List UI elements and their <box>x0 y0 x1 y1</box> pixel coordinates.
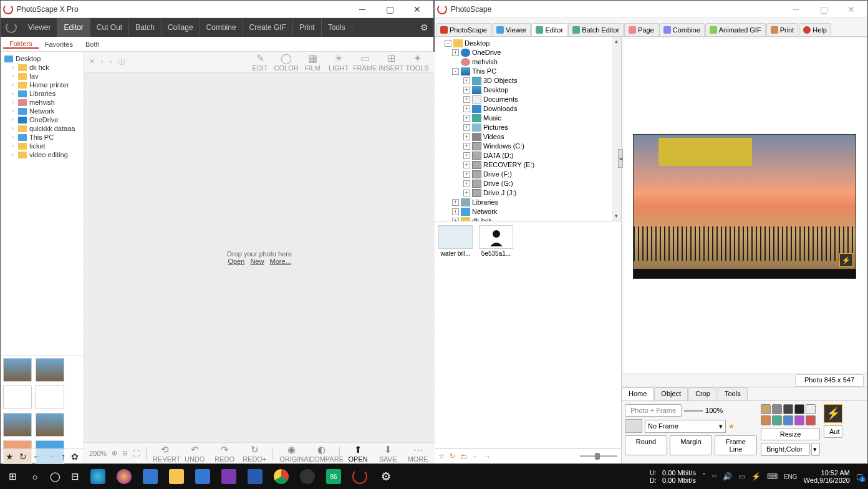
nav-cutout[interactable]: Cut Out <box>90 18 129 37</box>
star-icon[interactable]: ★ <box>6 452 14 462</box>
edittab-home[interactable]: Home <box>622 387 653 400</box>
close-button[interactable]: ✕ <box>403 1 431 18</box>
tab-batch[interactable]: Batch Editor <box>568 23 624 36</box>
tray-battery-icon[interactable]: ▭ <box>738 472 745 481</box>
link-open[interactable]: Open <box>228 258 244 265</box>
tree-drive-e[interactable]: +RECOVERY (E:) <box>437 160 619 170</box>
swatch[interactable] <box>761 404 771 414</box>
folder-icon[interactable]: 🗀 <box>460 453 467 460</box>
tool-tools[interactable]: ✦TOOLS <box>405 52 430 72</box>
tool-film[interactable]: ▦FILM <box>300 52 325 72</box>
resize-button[interactable]: Resize <box>761 428 820 440</box>
minimize-button[interactable]: ─ <box>349 1 376 18</box>
btn-redoplus[interactable]: ↻REDO+ <box>243 444 266 463</box>
zoom-in-icon[interactable]: ⊕ <box>112 449 117 457</box>
tree-desktop[interactable]: Desktop <box>1 54 84 63</box>
refresh-icon[interactable]: ↻ <box>19 452 27 462</box>
tree-network[interactable]: +Network <box>437 207 619 216</box>
thumbnail[interactable] <box>36 413 64 437</box>
thumbnail[interactable] <box>3 358 32 382</box>
back-icon[interactable]: ← <box>472 453 479 460</box>
tray-notifications-icon[interactable]: ▢3 <box>856 472 863 481</box>
swatch[interactable] <box>806 404 816 414</box>
swatch[interactable] <box>761 415 771 425</box>
tab-gif[interactable]: Animated GIF <box>705 23 766 36</box>
tree-dkhck[interactable]: +dk hck <box>437 216 619 221</box>
tab-print[interactable]: Print <box>766 23 799 36</box>
preview-area[interactable]: ⚡ <box>624 39 865 374</box>
thumbnail[interactable] <box>36 385 64 409</box>
thumb-item[interactable]: 5e535a1... <box>479 225 513 257</box>
tree-user[interactable]: mehvish <box>437 57 619 67</box>
tree-drive-d[interactable]: +DATA (D:) <box>437 151 619 160</box>
tool-frame[interactable]: ▭FRAME <box>352 52 377 72</box>
btn-open[interactable]: ⬆OPEN <box>346 444 370 463</box>
tree-scrollbar[interactable]: ▴▾ <box>612 37 621 221</box>
swatch[interactable] <box>772 415 782 425</box>
nav-print[interactable]: Print <box>293 18 322 37</box>
tree-item[interactable]: ›Home printer <box>1 80 84 89</box>
star-fav-icon[interactable]: ★ <box>728 422 735 430</box>
tree-videos[interactable]: +Videos <box>437 132 619 142</box>
taskbar-chrome[interactable] <box>268 464 294 489</box>
tree-libraries[interactable]: +Libraries <box>437 198 619 207</box>
nav-combine[interactable]: Combine <box>200 18 243 37</box>
thumb-size-slider[interactable] <box>580 455 617 457</box>
up-icon[interactable]: ↑ <box>61 452 65 462</box>
tab-page[interactable]: Page <box>624 23 658 36</box>
tray-power-icon[interactable]: ⚡ <box>751 472 761 481</box>
zoom-slider[interactable]: 100% <box>684 407 723 414</box>
start-button[interactable]: ⊞ <box>0 464 25 489</box>
tray-lang[interactable]: ENG <box>784 473 798 480</box>
bolt-effect-icon[interactable]: ⚡ <box>824 404 842 423</box>
btn-revert[interactable]: ⟲REVERT <box>153 444 176 463</box>
tray-wifi-icon[interactable]: ⌔ <box>712 472 716 481</box>
tree-item[interactable]: ›mehvish <box>1 98 84 107</box>
star-icon[interactable]: ☆ <box>438 452 445 460</box>
nav-editor[interactable]: Editor <box>57 18 90 37</box>
nav-batch[interactable]: Batch <box>129 18 162 37</box>
tree-pictures[interactable]: +Pictures <box>437 123 619 132</box>
search-icon[interactable]: ○ <box>25 472 45 482</box>
taskbar-onenote[interactable] <box>216 464 242 489</box>
tree-drive-f[interactable]: +Drive (F:) <box>437 170 619 179</box>
tab-help[interactable]: Help <box>799 23 831 36</box>
subtab-both[interactable]: Both <box>79 41 106 48</box>
tree-drive-c[interactable]: +Windows (C:) <box>437 142 619 151</box>
nav-viewer[interactable]: Viewer <box>22 18 57 37</box>
nav-collage[interactable]: Collage <box>162 18 200 37</box>
tree-desktop[interactable]: -Desktop <box>437 39 619 48</box>
tool-light[interactable]: ☀LIGHT <box>326 52 351 72</box>
tree-item[interactable]: ›OneDrive <box>1 115 84 124</box>
swatch[interactable] <box>794 415 804 425</box>
toolbar-logo-icon[interactable] <box>6 22 17 33</box>
subtab-folders[interactable]: Folders <box>3 40 39 49</box>
taskbar-firefox[interactable] <box>111 464 137 489</box>
taskbar-todo[interactable] <box>137 464 163 489</box>
tree-music[interactable]: +Music <box>437 114 619 123</box>
maximize-button[interactable]: ▢ <box>810 1 837 18</box>
btn-compare[interactable]: ◐COMPARE <box>309 444 333 463</box>
tree-thispc[interactable]: -This PC <box>437 67 619 76</box>
bright-color-button[interactable]: Bright,Color <box>761 443 810 456</box>
tree-item[interactable]: ›fav <box>1 72 84 80</box>
edittab-crop[interactable]: Crop <box>688 387 717 400</box>
settings-icon[interactable]: ✿ <box>71 452 79 462</box>
refresh-icon[interactable]: ↻ <box>450 452 455 460</box>
tray-keyboard-icon[interactable]: ⌨ <box>767 472 778 481</box>
frame-select[interactable]: No Frame▾ <box>645 420 726 433</box>
btn-save[interactable]: ⬇SAVE <box>376 444 400 463</box>
link-new[interactable]: New <box>250 258 264 265</box>
close-x-icon[interactable]: ✕ <box>89 57 95 67</box>
folder-tree[interactable]: Desktop ›dk hck ›fav ›Home printer ›Libr… <box>1 52 84 355</box>
frameline-button[interactable]: Frame Line <box>715 435 757 455</box>
taskview-icon[interactable]: ⊟ <box>65 471 85 482</box>
prev-icon[interactable]: ‹ <box>101 57 104 67</box>
tree-downloads[interactable]: +Downloads <box>437 104 619 114</box>
link-more[interactable]: More... <box>269 258 291 265</box>
fit-icon[interactable]: ⛶ <box>133 450 140 457</box>
subtab-favorites[interactable]: Favorites <box>39 41 79 48</box>
tool-edit[interactable]: ✎EDIT <box>248 52 272 72</box>
thumbnail[interactable] <box>36 358 64 382</box>
btn-more[interactable]: ⋯MORE <box>406 444 430 463</box>
